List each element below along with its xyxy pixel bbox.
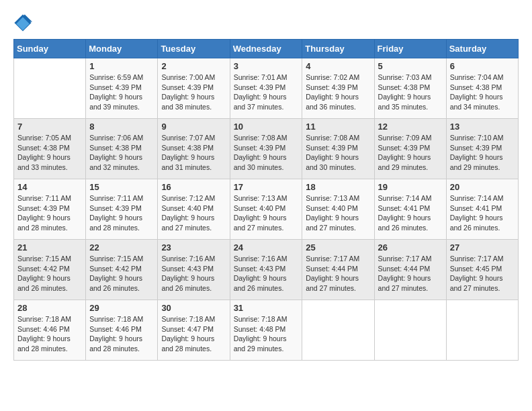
day-number: 24 — [234, 242, 299, 253]
cell-info: Sunrise: 7:18 AM Sunset: 4:48 PM Dayligh… — [234, 314, 299, 354]
day-number: 25 — [306, 242, 370, 253]
day-number: 17 — [234, 182, 299, 192]
cell-info: Sunrise: 7:12 AM Sunset: 4:40 PM Dayligh… — [161, 193, 226, 233]
calendar-cell: 18Sunrise: 7:13 AM Sunset: 4:40 PM Dayli… — [302, 179, 374, 240]
cell-info: Sunrise: 7:08 AM Sunset: 4:39 PM Dayligh… — [234, 133, 299, 173]
day-number: 19 — [378, 182, 443, 192]
calendar-cell — [302, 300, 374, 361]
calendar-cell: 25Sunrise: 7:17 AM Sunset: 4:44 PM Dayli… — [302, 240, 374, 300]
day-number: 4 — [306, 61, 370, 71]
cell-info: Sunrise: 7:18 AM Sunset: 4:46 PM Dayligh… — [17, 314, 82, 354]
page-header — [13, 13, 519, 32]
calendar: SundayMondayTuesdayWednesdayThursdayFrid… — [13, 39, 519, 361]
calendar-cell: 21Sunrise: 7:15 AM Sunset: 4:42 PM Dayli… — [14, 240, 86, 300]
cell-info: Sunrise: 7:14 AM Sunset: 4:41 PM Dayligh… — [450, 193, 515, 233]
week-row-2: 7Sunrise: 7:05 AM Sunset: 4:38 PM Daylig… — [14, 119, 519, 179]
cell-info: Sunrise: 7:14 AM Sunset: 4:41 PM Dayligh… — [378, 193, 443, 233]
day-number: 28 — [17, 303, 82, 313]
week-row-3: 14Sunrise: 7:11 AM Sunset: 4:39 PM Dayli… — [14, 179, 519, 240]
calendar-cell: 3Sunrise: 7:01 AM Sunset: 4:39 PM Daylig… — [230, 58, 302, 119]
day-number: 12 — [378, 122, 443, 132]
weekday-sunday: Sunday — [14, 40, 86, 58]
day-number: 6 — [450, 61, 515, 71]
day-number: 27 — [450, 242, 515, 253]
calendar-cell: 13Sunrise: 7:10 AM Sunset: 4:39 PM Dayli… — [446, 119, 518, 179]
calendar-cell: 29Sunrise: 7:18 AM Sunset: 4:46 PM Dayli… — [86, 300, 158, 361]
cell-info: Sunrise: 7:10 AM Sunset: 4:39 PM Dayligh… — [450, 133, 515, 173]
cell-info: Sunrise: 7:00 AM Sunset: 4:39 PM Dayligh… — [161, 73, 226, 112]
calendar-cell: 1Sunrise: 6:59 AM Sunset: 4:39 PM Daylig… — [86, 58, 158, 119]
day-number: 20 — [450, 182, 515, 192]
cell-info: Sunrise: 7:08 AM Sunset: 4:39 PM Dayligh… — [306, 133, 370, 173]
cell-info: Sunrise: 7:02 AM Sunset: 4:39 PM Dayligh… — [306, 73, 370, 112]
calendar-cell: 27Sunrise: 7:17 AM Sunset: 4:45 PM Dayli… — [446, 240, 518, 300]
cell-info: Sunrise: 7:18 AM Sunset: 4:46 PM Dayligh… — [89, 314, 154, 354]
calendar-cell: 26Sunrise: 7:17 AM Sunset: 4:44 PM Dayli… — [374, 240, 446, 300]
weekday-saturday: Saturday — [446, 40, 518, 58]
calendar-cell: 8Sunrise: 7:06 AM Sunset: 4:38 PM Daylig… — [86, 119, 158, 179]
cell-info: Sunrise: 7:17 AM Sunset: 4:44 PM Dayligh… — [306, 254, 370, 293]
day-number: 10 — [234, 122, 299, 132]
weekday-thursday: Thursday — [302, 40, 374, 58]
day-number: 13 — [450, 122, 515, 132]
calendar-cell: 23Sunrise: 7:16 AM Sunset: 4:43 PM Dayli… — [158, 240, 230, 300]
day-number: 16 — [161, 182, 226, 192]
calendar-cell: 17Sunrise: 7:13 AM Sunset: 4:40 PM Dayli… — [230, 179, 302, 240]
weekday-wednesday: Wednesday — [230, 40, 302, 58]
cell-info: Sunrise: 7:11 AM Sunset: 4:39 PM Dayligh… — [89, 193, 154, 233]
calendar-cell: 9Sunrise: 7:07 AM Sunset: 4:38 PM Daylig… — [158, 119, 230, 179]
cell-info: Sunrise: 7:13 AM Sunset: 4:40 PM Dayligh… — [234, 193, 299, 233]
day-number: 23 — [161, 242, 226, 253]
cell-info: Sunrise: 7:16 AM Sunset: 4:43 PM Dayligh… — [234, 254, 299, 293]
calendar-cell: 10Sunrise: 7:08 AM Sunset: 4:39 PM Dayli… — [230, 119, 302, 179]
day-number: 15 — [89, 182, 154, 192]
day-number: 7 — [17, 122, 82, 132]
calendar-body: 1Sunrise: 6:59 AM Sunset: 4:39 PM Daylig… — [14, 58, 519, 361]
cell-info: Sunrise: 7:15 AM Sunset: 4:42 PM Dayligh… — [89, 254, 154, 293]
week-row-4: 21Sunrise: 7:15 AM Sunset: 4:42 PM Dayli… — [14, 240, 519, 300]
calendar-cell: 19Sunrise: 7:14 AM Sunset: 4:41 PM Dayli… — [374, 179, 446, 240]
cell-info: Sunrise: 7:04 AM Sunset: 4:38 PM Dayligh… — [450, 73, 515, 112]
cell-info: Sunrise: 7:13 AM Sunset: 4:40 PM Dayligh… — [306, 193, 370, 233]
calendar-cell: 22Sunrise: 7:15 AM Sunset: 4:42 PM Dayli… — [86, 240, 158, 300]
day-number: 26 — [378, 242, 443, 253]
calendar-cell: 16Sunrise: 7:12 AM Sunset: 4:40 PM Dayli… — [158, 179, 230, 240]
day-number: 31 — [234, 303, 299, 313]
cell-info: Sunrise: 7:17 AM Sunset: 4:44 PM Dayligh… — [378, 254, 443, 293]
cell-info: Sunrise: 7:18 AM Sunset: 4:47 PM Dayligh… — [161, 314, 226, 354]
logo — [13, 13, 35, 32]
calendar-cell: 5Sunrise: 7:03 AM Sunset: 4:38 PM Daylig… — [374, 58, 446, 119]
logo-icon — [13, 13, 32, 32]
calendar-cell: 24Sunrise: 7:16 AM Sunset: 4:43 PM Dayli… — [230, 240, 302, 300]
week-row-5: 28Sunrise: 7:18 AM Sunset: 4:46 PM Dayli… — [14, 300, 519, 361]
cell-info: Sunrise: 7:17 AM Sunset: 4:45 PM Dayligh… — [450, 254, 515, 293]
calendar-cell — [374, 300, 446, 361]
calendar-cell: 6Sunrise: 7:04 AM Sunset: 4:38 PM Daylig… — [446, 58, 518, 119]
cell-info: Sunrise: 7:06 AM Sunset: 4:38 PM Dayligh… — [89, 133, 154, 173]
weekday-monday: Monday — [86, 40, 158, 58]
calendar-cell: 4Sunrise: 7:02 AM Sunset: 4:39 PM Daylig… — [302, 58, 374, 119]
calendar-cell: 7Sunrise: 7:05 AM Sunset: 4:38 PM Daylig… — [14, 119, 86, 179]
week-row-1: 1Sunrise: 6:59 AM Sunset: 4:39 PM Daylig… — [14, 58, 519, 119]
weekday-friday: Friday — [374, 40, 446, 58]
day-number: 9 — [161, 122, 226, 132]
calendar-cell — [14, 58, 86, 119]
day-number: 29 — [89, 303, 154, 313]
day-number: 3 — [234, 61, 299, 71]
day-number: 11 — [306, 122, 370, 132]
cell-info: Sunrise: 7:03 AM Sunset: 4:38 PM Dayligh… — [378, 73, 443, 112]
day-number: 30 — [161, 303, 226, 313]
cell-info: Sunrise: 7:05 AM Sunset: 4:38 PM Dayligh… — [17, 133, 82, 173]
day-number: 22 — [89, 242, 154, 253]
day-number: 14 — [17, 182, 82, 192]
calendar-cell: 20Sunrise: 7:14 AM Sunset: 4:41 PM Dayli… — [446, 179, 518, 240]
calendar-cell: 30Sunrise: 7:18 AM Sunset: 4:47 PM Dayli… — [158, 300, 230, 361]
cell-info: Sunrise: 7:07 AM Sunset: 4:38 PM Dayligh… — [161, 133, 226, 173]
weekday-header-row: SundayMondayTuesdayWednesdayThursdayFrid… — [14, 40, 519, 58]
day-number: 1 — [89, 61, 154, 71]
calendar-cell: 2Sunrise: 7:00 AM Sunset: 4:39 PM Daylig… — [158, 58, 230, 119]
calendar-cell: 12Sunrise: 7:09 AM Sunset: 4:39 PM Dayli… — [374, 119, 446, 179]
day-number: 21 — [17, 242, 82, 253]
cell-info: Sunrise: 7:01 AM Sunset: 4:39 PM Dayligh… — [234, 73, 299, 112]
weekday-tuesday: Tuesday — [158, 40, 230, 58]
